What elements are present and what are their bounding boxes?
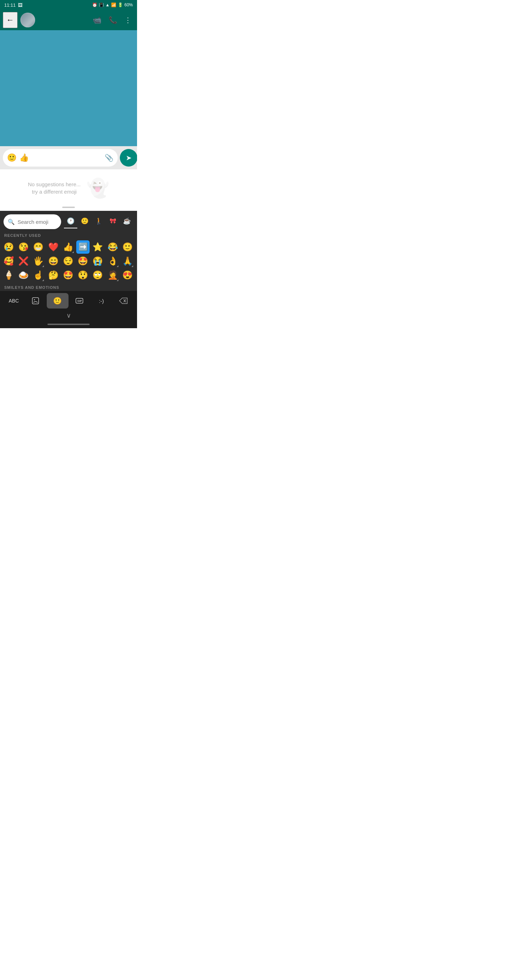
emoji-hearts-face[interactable]: 🥰 bbox=[2, 255, 16, 268]
emoji-icecream[interactable]: 🍦 bbox=[2, 269, 16, 282]
home-indicator bbox=[0, 320, 137, 328]
svg-rect-0 bbox=[32, 298, 39, 304]
emoji-rofl[interactable]: 😂 bbox=[106, 240, 119, 254]
gif-button[interactable]: GIF bbox=[68, 293, 90, 309]
keyboard-bottom-bar: ABC 🙂 GIF :-) bbox=[0, 291, 137, 310]
emoji-keyboard-icon: 🙂 bbox=[53, 297, 62, 305]
emoji-heart-eyes[interactable]: 😍 bbox=[121, 269, 134, 282]
emoji-arrow[interactable]: ➡️ bbox=[76, 240, 90, 254]
backspace-button[interactable] bbox=[113, 293, 134, 309]
emoji-grin[interactable]: 😁 bbox=[32, 240, 45, 254]
thumb-emoji[interactable]: 👍 bbox=[19, 153, 29, 162]
attach-icon[interactable]: 📎 bbox=[105, 154, 113, 162]
emoji-keyboard-button[interactable]: 🙂 bbox=[47, 293, 68, 309]
battery-percent: 60% bbox=[124, 2, 133, 7]
alarm-icon: ⏰ bbox=[92, 2, 97, 7]
emoji-pray[interactable]: 🙏 bbox=[121, 255, 134, 268]
message-input-pill: 🙂 👍 📎 bbox=[3, 149, 118, 167]
emoji-sad[interactable]: 😢 bbox=[2, 240, 16, 254]
category-smileys[interactable]: 🙂 bbox=[78, 215, 91, 228]
emoji-toggle-icon[interactable]: 🙂 bbox=[7, 153, 16, 162]
recently-used-grid: 😢 😘 😁 ❤️ 👍 ➡️ ⭐ 😂 🙂 🥰 ❌ 🖐️ 😄 😌 🤩 😭 👌 🙏 🍦… bbox=[0, 239, 137, 283]
contact-avatar[interactable] bbox=[21, 13, 35, 27]
emoji-ok[interactable]: 👌 bbox=[106, 255, 119, 268]
emoji-point-up[interactable]: ☝️ bbox=[32, 269, 45, 282]
emoji-slight-smile[interactable]: 🙂 bbox=[121, 240, 134, 254]
category-recent[interactable]: 🕐 bbox=[64, 215, 77, 228]
send-button[interactable]: ➤ bbox=[120, 149, 137, 167]
emoji-thumbsup[interactable]: 👍 bbox=[62, 240, 75, 254]
gif-icon: GIF bbox=[76, 298, 83, 304]
backspace-icon bbox=[119, 298, 127, 304]
smileys-label: SMILEYS AND EMOTIONS bbox=[0, 283, 137, 291]
svg-text:GIF: GIF bbox=[77, 299, 82, 302]
status-left: 11:11 🖼 bbox=[4, 2, 22, 8]
emoji-star-struck2[interactable]: 🤩 bbox=[62, 269, 75, 282]
emoji-relieved[interactable]: 😌 bbox=[62, 255, 75, 268]
signal-icon: 📶 bbox=[111, 2, 116, 7]
chat-header: ← 📹 📞 ⋮ bbox=[0, 10, 137, 30]
emoji-thinking[interactable]: 🤔 bbox=[47, 269, 60, 282]
wifi-icon: ▲ bbox=[105, 2, 110, 7]
search-icon: 🔍 bbox=[8, 218, 15, 225]
abc-button[interactable]: ABC bbox=[3, 293, 25, 309]
drag-handle bbox=[62, 207, 75, 208]
emoji-search-row: 🔍 🕐 🙂 🚶 🎀 ☕ bbox=[0, 211, 137, 231]
suggestion-text: No suggestions here...try a different em… bbox=[28, 181, 81, 196]
category-activities[interactable]: 🎀 bbox=[106, 215, 119, 228]
status-right: ⏰ 📳 ▲ 📶 🔋 60% bbox=[92, 2, 133, 7]
emoji-facepalm[interactable]: 🤦 bbox=[106, 269, 119, 282]
emoji-astonished[interactable]: 😲 bbox=[76, 269, 90, 282]
battery-icon: 🔋 bbox=[118, 2, 123, 7]
emoji-food[interactable]: 🍛 bbox=[17, 269, 30, 282]
home-bar bbox=[48, 324, 90, 325]
vibrate-icon: 📳 bbox=[99, 2, 104, 7]
chevron-row: ∨ bbox=[0, 310, 137, 320]
input-bar: 🙂 👍 📎 ➤ bbox=[0, 146, 137, 169]
emoji-search-box: 🔍 bbox=[3, 214, 61, 229]
emoji-x[interactable]: ❌ bbox=[17, 255, 30, 268]
suggestion-area: No suggestions here...try a different em… bbox=[0, 169, 137, 205]
video-call-button[interactable]: 📹 bbox=[90, 13, 104, 27]
emoji-crying[interactable]: 😭 bbox=[91, 255, 104, 268]
emoji-heart[interactable]: ❤️ bbox=[47, 240, 60, 254]
voice-call-button[interactable]: 📞 bbox=[106, 13, 120, 27]
send-arrow-icon: ➤ bbox=[126, 154, 132, 162]
emoji-keyboard: 🔍 🕐 🙂 🚶 🎀 ☕ RECENTLY USED 😢 😘 😁 ❤️ 👍 ➡️ … bbox=[0, 211, 137, 291]
emoji-kiss[interactable]: 😘 bbox=[17, 240, 30, 254]
chevron-down-icon[interactable]: ∨ bbox=[67, 312, 71, 320]
ghost-icon: 👻 bbox=[86, 177, 109, 199]
header-actions: 📹 📞 ⋮ bbox=[90, 13, 134, 27]
more-options-button[interactable]: ⋮ bbox=[122, 13, 134, 27]
emoji-star[interactable]: ⭐ bbox=[91, 240, 104, 254]
emoji-beam[interactable]: 😄 bbox=[47, 255, 60, 268]
emoticon-button[interactable]: :-) bbox=[90, 293, 112, 309]
sticker-button[interactable] bbox=[25, 293, 46, 309]
time: 11:11 bbox=[4, 2, 16, 8]
photo-icon: 🖼 bbox=[18, 2, 22, 8]
message-input[interactable] bbox=[32, 154, 102, 161]
emoticon-label: :-) bbox=[99, 298, 103, 304]
status-bar: 11:11 🖼 ⏰ 📳 ▲ 📶 🔋 60% bbox=[0, 0, 137, 10]
chat-area bbox=[0, 30, 137, 146]
emoji-hand[interactable]: 🖐️ bbox=[32, 255, 45, 268]
no-suggestion-label: No suggestions here...try a different em… bbox=[28, 181, 81, 196]
back-button[interactable]: ← bbox=[3, 12, 18, 28]
sticker-icon bbox=[32, 297, 39, 305]
emoji-search-input[interactable] bbox=[18, 219, 57, 225]
category-objects[interactable]: ☕ bbox=[120, 215, 134, 228]
drag-handle-area bbox=[0, 205, 137, 211]
category-icons: 🕐 🙂 🚶 🎀 ☕ bbox=[64, 215, 134, 228]
svg-point-1 bbox=[34, 299, 35, 301]
emoji-eyeroll[interactable]: 🙄 bbox=[91, 269, 104, 282]
emoji-star-struck[interactable]: 🤩 bbox=[76, 255, 90, 268]
category-people[interactable]: 🚶 bbox=[92, 215, 105, 228]
recently-used-label: RECENTLY USED bbox=[0, 231, 137, 239]
